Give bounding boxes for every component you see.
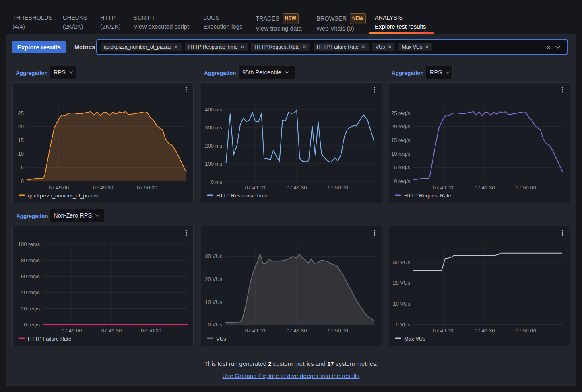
svg-text:30 VUs: 30 VUs <box>205 253 222 259</box>
svg-text:0 ms: 0 ms <box>211 179 223 185</box>
svg-text:quickpizza_number_of_pizzas: quickpizza_number_of_pizzas <box>28 193 98 199</box>
svg-text:100 req/s: 100 req/s <box>18 241 40 247</box>
svg-text:VUs: VUs <box>216 336 226 342</box>
svg-text:07:49:30: 07:49:30 <box>475 185 495 191</box>
svg-text:30 VUs: 30 VUs <box>393 259 410 265</box>
svg-text:0 req/s: 0 req/s <box>24 322 40 328</box>
svg-text:0: 0 <box>21 178 24 184</box>
svg-text:10 VUs: 10 VUs <box>393 301 410 307</box>
svg-text:20 req/s: 20 req/s <box>391 123 410 129</box>
svg-text:10: 10 <box>18 151 24 157</box>
svg-text:07:49:30: 07:49:30 <box>287 328 307 334</box>
svg-text:200 ms: 200 ms <box>205 143 222 149</box>
svg-text:07:49:30: 07:49:30 <box>475 328 495 334</box>
svg-text:HTTP Failure Rate: HTTP Failure Rate <box>28 336 71 342</box>
svg-text:07:49:00: 07:49:00 <box>433 185 454 191</box>
svg-text:0 VUs: 0 VUs <box>396 322 411 328</box>
svg-text:5 req/s: 5 req/s <box>394 164 410 170</box>
svg-text:0 req/s: 0 req/s <box>394 178 410 184</box>
svg-text:15 req/s: 15 req/s <box>391 137 410 143</box>
svg-text:10 VUs: 10 VUs <box>205 299 222 305</box>
svg-text:07:49:00: 07:49:00 <box>62 328 82 334</box>
svg-text:07:49:30: 07:49:30 <box>93 185 114 191</box>
svg-text:20: 20 <box>18 123 24 129</box>
svg-text:07:50:00: 07:50:00 <box>516 185 536 191</box>
svg-text:07:49:30: 07:49:30 <box>287 185 307 191</box>
svg-text:400 ms: 400 ms <box>205 107 222 113</box>
svg-text:07:50:00: 07:50:00 <box>328 328 348 334</box>
svg-text:20 VUs: 20 VUs <box>205 276 222 282</box>
svg-text:80 req/s: 80 req/s <box>21 257 40 263</box>
svg-text:07:49:00: 07:49:00 <box>433 328 454 334</box>
svg-text:07:50:00: 07:50:00 <box>328 185 348 191</box>
svg-text:25: 25 <box>18 110 24 116</box>
svg-text:07:50:00: 07:50:00 <box>137 185 157 191</box>
svg-text:300 ms: 300 ms <box>205 125 222 131</box>
svg-text:07:50:00: 07:50:00 <box>516 328 536 334</box>
svg-text:0 VUs: 0 VUs <box>208 322 223 328</box>
svg-text:07:49:00: 07:49:00 <box>49 185 69 191</box>
svg-text:100 ms: 100 ms <box>205 161 222 167</box>
svg-text:HTTP Response Time: HTTP Response Time <box>216 193 268 199</box>
svg-text:20 req/s: 20 req/s <box>21 306 40 312</box>
svg-text:10 req/s: 10 req/s <box>391 151 410 157</box>
svg-text:Max VUs: Max VUs <box>404 336 425 342</box>
svg-text:20 VUs: 20 VUs <box>393 280 410 286</box>
svg-text:60 req/s: 60 req/s <box>21 273 40 279</box>
svg-text:40 req/s: 40 req/s <box>21 289 40 296</box>
svg-text:07:49:00: 07:49:00 <box>245 185 266 191</box>
svg-text:15: 15 <box>18 137 24 143</box>
svg-text:07:49:00: 07:49:00 <box>245 328 266 334</box>
svg-text:07:50:00: 07:50:00 <box>141 328 161 334</box>
svg-text:5: 5 <box>21 164 24 170</box>
svg-text:25 req/s: 25 req/s <box>391 110 410 116</box>
svg-text:HTTP Request Rate: HTTP Request Rate <box>404 193 451 199</box>
svg-text:07:49:30: 07:49:30 <box>101 328 122 334</box>
